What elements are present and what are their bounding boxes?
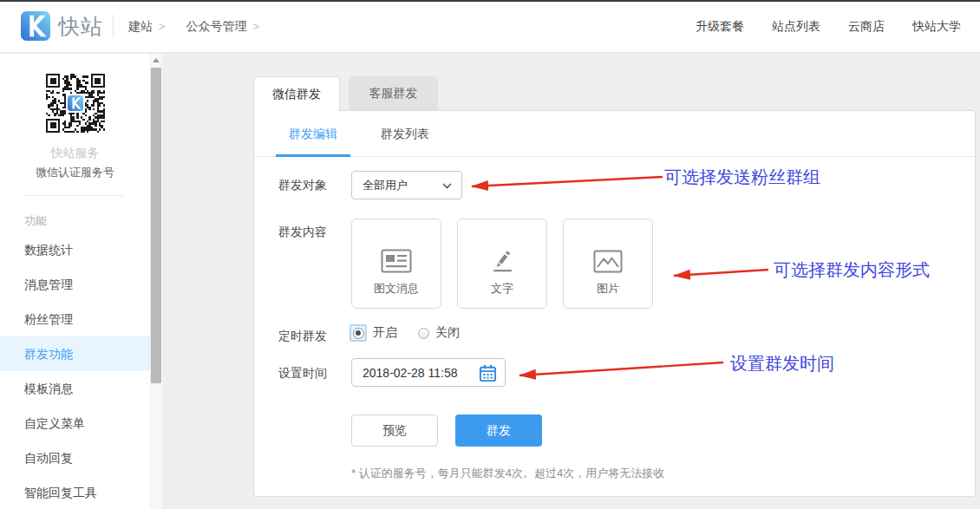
target-select[interactable]: 全部用户 — [351, 171, 462, 199]
kuaizhan-k-icon — [21, 11, 50, 41]
breadcrumb-gongzhonghao[interactable]: 公众号管理 > — [186, 19, 260, 35]
time-input[interactable]: 2018-02-28 11:58 — [351, 358, 506, 387]
header-divider — [113, 15, 114, 38]
app-window: 快站 建站 > 公众号管理 > 升级套餐 站点列表 云商店 快站大学 — [0, 0, 980, 509]
breadcrumb: 建站 > 公众号管理 > — [128, 0, 259, 53]
radio-on[interactable] — [350, 324, 367, 342]
sidebar-item-custom-menu[interactable]: 自定义菜单 — [0, 406, 150, 440]
nav-kuaizhan-university[interactable]: 快站大学 — [912, 19, 961, 35]
brand-name: 快站 — [58, 12, 103, 41]
sidebar-section-label: 功能 — [24, 213, 47, 229]
content-type-boxes: 图文消息 文字 — [351, 219, 653, 309]
time-input-value: 2018-02-28 11:58 — [363, 366, 458, 380]
schedule-radio-group: 开启 关闭 — [350, 324, 460, 342]
radio-off-label: 关闭 — [435, 325, 460, 341]
content-option-news[interactable]: 图文消息 — [351, 219, 441, 309]
calendar-icon[interactable] — [479, 364, 497, 382]
target-label: 群发对象 — [278, 178, 327, 193]
sidebar-item-data-stats[interactable]: 数据统计 — [0, 232, 150, 267]
radio-off[interactable] — [418, 328, 429, 339]
content-option-text[interactable]: 文字 — [457, 219, 547, 309]
sidebar: 快站服务 微信认证服务号 功能 数据统计 消息管理 粉丝管理 群发功能 模板消息… — [0, 54, 162, 509]
header-nav: 升级套餐 站点列表 云商店 快站大学 — [696, 0, 961, 53]
sidebar-item-auto-reply[interactable]: 自动回复 — [0, 440, 150, 475]
breadcrumb-jianzhan[interactable]: 建站 > — [128, 19, 166, 35]
qr-caption: 快站服务 — [0, 146, 150, 161]
sidebar-item-fans-mgmt[interactable]: 粉丝管理 — [0, 302, 150, 336]
breadcrumb-label: 建站 — [128, 19, 153, 35]
tab-wechat-mass-send[interactable]: 微信群发 — [253, 76, 340, 111]
chevron-down-icon — [442, 183, 452, 189]
qr-code — [46, 74, 105, 133]
mass-send-panel: 群发编辑 群发列表 群发对象 全部用户 群发内容 — [253, 110, 976, 497]
annotation-set-time: 设置群发时间 — [730, 352, 834, 375]
content-label: 群发内容 — [278, 225, 327, 240]
tab-service-mass-send[interactable]: 客服群发 — [349, 76, 438, 110]
annotation-content-type: 可选择群发内容形式 — [774, 258, 930, 282]
sidebar-divider — [24, 195, 125, 196]
subtab-row: 群发编辑 群发列表 — [254, 111, 975, 157]
preview-button[interactable]: 预览 — [351, 414, 438, 447]
content-option-image[interactable]: 图片 — [563, 219, 653, 309]
mass-send-button[interactable]: 群发 — [455, 414, 542, 447]
annotation-select-group: 可选择发送粉丝群组 — [664, 166, 820, 189]
subtab-mass-send-list[interactable]: 群发列表 — [368, 111, 442, 156]
sidebar-menu: 数据统计 消息管理 粉丝管理 群发功能 模板消息 自定义菜单 自动回复 智能回复… — [0, 232, 150, 509]
sidebar-item-mass-send[interactable]: 群发功能 — [0, 336, 150, 371]
content-option-label: 文字 — [491, 281, 513, 297]
nav-cloud-store[interactable]: 云商店 — [848, 19, 885, 35]
time-label: 设置时间 — [278, 366, 327, 382]
target-select-value: 全部用户 — [363, 178, 408, 193]
nav-upgrade-package[interactable]: 升级套餐 — [696, 19, 744, 35]
sidebar-item-smart-reply[interactable]: 智能回复工具 — [0, 475, 150, 509]
top-header: 快站 建站 > 公众号管理 > 升级套餐 站点列表 云商店 快站大学 — [0, 0, 980, 53]
sidebar-scrollbar-thumb[interactable] — [151, 68, 161, 383]
quota-note: * 认证的服务号，每月只能群发4次。超过4次，用户将无法接收 — [351, 466, 664, 481]
chevron-right-icon: > — [159, 20, 166, 33]
sidebar-item-message-mgmt[interactable]: 消息管理 — [0, 267, 150, 302]
qr-subcaption: 微信认证服务号 — [0, 165, 150, 180]
radio-on-label: 开启 — [373, 325, 397, 341]
chevron-right-icon: > — [253, 20, 260, 33]
scrollbar-up-arrow-icon[interactable] — [153, 57, 160, 64]
content-option-label: 图文消息 — [374, 281, 419, 297]
schedule-label: 定时群发 — [278, 329, 327, 344]
window-top-edge — [0, 0, 980, 2]
nav-site-list[interactable]: 站点列表 — [772, 19, 820, 35]
sidebar-item-template-msg[interactable]: 模板消息 — [0, 371, 150, 406]
pencil-icon — [489, 219, 515, 273]
kuaizhan-logo[interactable]: 快站 — [21, 11, 103, 41]
breadcrumb-label: 公众号管理 — [186, 19, 247, 35]
content-option-label: 图片 — [597, 281, 619, 297]
image-icon — [593, 219, 623, 273]
subtab-mass-send-edit[interactable]: 群发编辑 — [276, 111, 350, 156]
qr-center-logo — [67, 95, 84, 112]
news-icon — [381, 219, 412, 273]
